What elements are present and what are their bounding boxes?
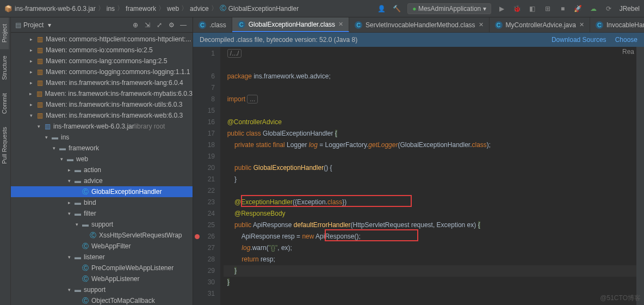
tree-row[interactable]: ▸▬action <box>11 164 193 175</box>
run-config-dropdown[interactable]: ● MesAdminApplication ▾ <box>407 3 491 14</box>
tree-row[interactable]: ⒸGlobalExceptionHandler <box>11 186 193 197</box>
tree-row[interactable]: ▸▥Maven: ins.framework:ins-framework-uti… <box>11 99 193 110</box>
line-number[interactable]: 1 <box>193 48 215 59</box>
tree-row[interactable]: ⒸXssHttpServletRequestWrap <box>11 230 193 241</box>
breadcrumb[interactable]: 📦 ins-framework-web-6.0.3.jar 〉 ins 〉 fr… <box>4 4 299 13</box>
collapse-icon[interactable]: ⤢ <box>154 20 164 30</box>
tree-label: Maven: ins.framework:ins-framework-lang:… <box>46 79 183 87</box>
reader-mode-label[interactable]: Rea <box>622 48 634 56</box>
line-number[interactable]: 16 <box>193 117 215 128</box>
close-icon[interactable]: ✕ <box>338 21 343 28</box>
tree-label: Maven: ins.framework:ins-framework-utils… <box>46 101 182 108</box>
download-sources-link[interactable]: Download Sources <box>552 36 606 44</box>
tree-row[interactable]: ▾▥ins-framework-web-6.0.3.jar library ro… <box>11 121 193 132</box>
editor-tab[interactable]: CServletInvocableHandlerMethod.class✕ <box>349 17 489 32</box>
class-icon: C <box>596 21 603 29</box>
line-number[interactable]: 27 <box>193 242 215 254</box>
line-number[interactable]: 22 <box>193 185 215 197</box>
profiler-icon[interactable]: ⊞ <box>543 4 552 13</box>
editor-tab[interactable]: CInvocableHandlerMethod.c <box>590 17 644 32</box>
locate-icon[interactable]: ⊕ <box>131 20 140 30</box>
project-tree[interactable]: ▸▥Maven: commons-httpclient:commons-http… <box>11 33 193 305</box>
editor-tab[interactable]: C.class <box>193 17 232 32</box>
class-icon: C <box>355 21 362 29</box>
choose-sources-link[interactable]: Choose <box>615 36 637 44</box>
hammer-icon[interactable]: 🔨 <box>392 4 401 13</box>
line-number[interactable]: 15 <box>193 105 215 117</box>
tree-row[interactable]: ▸▥Maven: commons-httpclient:commons-http… <box>11 34 193 45</box>
tree-label: Maven: commons-io:commons-io:2.5 <box>46 46 153 54</box>
tab-label: MyControllerAdvice.java <box>506 21 576 29</box>
hide-icon[interactable]: — <box>178 20 188 30</box>
class-icon: Ⓒ <box>81 274 90 283</box>
tree-row[interactable]: ▾▬advice <box>11 175 193 186</box>
editor-tab[interactable]: CGlobalExceptionHandler.class✕ <box>232 17 349 32</box>
tree-row[interactable]: ▾▬listener <box>11 252 193 263</box>
tree-row[interactable]: ⒸWebAppFilter <box>11 241 193 252</box>
jrebel-label: JRebel <box>620 5 640 13</box>
line-number[interactable]: 17 <box>193 128 215 139</box>
line-number[interactable]: 19 <box>193 151 215 162</box>
settings-icon[interactable]: ⚙ <box>166 20 176 30</box>
tree-row[interactable]: ⒸWebAppListener <box>11 273 193 284</box>
cloud-icon[interactable]: ☁ <box>589 4 598 13</box>
close-icon[interactable]: ✕ <box>479 21 484 28</box>
line-number[interactable] <box>193 59 215 71</box>
tree-row[interactable]: ▾▬filter <box>11 208 193 219</box>
line-number[interactable]: 18 <box>193 139 215 151</box>
line-number[interactable]: 24 <box>193 208 215 219</box>
line-number[interactable]: 29 <box>193 265 215 277</box>
class-icon: Ⓒ <box>81 187 90 196</box>
jrebel-icon[interactable]: ⟳ <box>604 4 613 13</box>
coverage-icon[interactable]: ◧ <box>528 4 537 13</box>
line-number[interactable]: 26 <box>193 231 215 242</box>
class-icon: Ⓒ <box>81 296 90 305</box>
editor-tab[interactable]: CMyControllerAdvice.java✕ <box>490 17 590 32</box>
stop-icon[interactable]: ■ <box>559 4 567 13</box>
tree-row[interactable]: ▸▬bind <box>11 197 193 208</box>
line-number[interactable]: 23 <box>193 197 215 208</box>
line-number[interactable]: 25 <box>193 219 215 231</box>
tree-label: Maven: ins.framework:ins-framework-mybat… <box>45 90 193 97</box>
tree-row[interactable]: ▾▥Maven: ins.framework:ins-framework-web… <box>11 110 193 121</box>
tree-label: listener <box>84 253 105 261</box>
chevron-icon: 〉 <box>117 4 123 13</box>
tree-row[interactable]: ▸▥Maven: commons-io:commons-io:2.5 <box>11 45 193 56</box>
line-number[interactable]: 8 <box>193 94 215 105</box>
line-number[interactable]: 30 <box>193 277 215 288</box>
tree-label: action <box>84 166 101 174</box>
line-number[interactable]: 6 <box>193 71 215 82</box>
pull-requests-tool-tab[interactable]: Pull Requests <box>0 120 9 170</box>
commit-tool-tab[interactable]: Commit <box>0 87 9 120</box>
line-number[interactable]: 28 <box>193 254 215 265</box>
tree-row[interactable]: ▾▬framework <box>11 143 193 154</box>
tree-label: support <box>91 221 113 228</box>
error-stripe[interactable] <box>636 47 644 305</box>
rocket-icon[interactable]: 🚀 <box>574 4 583 13</box>
line-number[interactable]: 7 <box>193 82 215 94</box>
tab-label: InvocableHandlerMethod.c <box>606 21 644 29</box>
structure-tool-tab[interactable]: Structure <box>0 49 9 87</box>
tree-row[interactable]: ⒸPreCompileWebAppListener <box>11 263 193 273</box>
tree-row[interactable]: ▾▬ins <box>11 132 193 143</box>
tree-row[interactable]: ▾▬support <box>11 284 193 295</box>
user-icon[interactable]: 👤 <box>377 4 386 13</box>
tree-row[interactable]: ⒸObjectToMapCallback <box>11 295 193 305</box>
panel-title[interactable]: ▤Project ▾ <box>15 21 51 29</box>
tree-row[interactable]: ▸▥Maven: commons-logging:commons-logging… <box>11 66 193 77</box>
run-config-label: MesAdminApplication <box>418 5 481 13</box>
expand-icon[interactable]: ⇲ <box>143 20 152 30</box>
tree-row[interactable]: ▸▥Maven: ins.framework:ins-framework-lan… <box>11 77 193 88</box>
tree-row[interactable]: ▸▥Maven: commons-lang:commons-lang:2.5 <box>11 56 193 66</box>
line-number[interactable]: 31 <box>193 288 215 300</box>
close-icon[interactable]: ✕ <box>579 21 584 28</box>
line-number[interactable]: 21 <box>193 174 215 185</box>
tree-row[interactable]: ▾▬web <box>11 154 193 164</box>
tree-row[interactable]: ▸▥Maven: ins.framework:ins-framework-myb… <box>11 88 193 99</box>
tree-row[interactable]: ▾▬support <box>11 219 193 230</box>
line-number[interactable]: 20 <box>193 162 215 174</box>
bug-icon[interactable]: 🐞 <box>513 4 522 13</box>
code-viewport[interactable]: 16781516171819202122232425262728293031 /… <box>193 47 644 305</box>
play-icon[interactable]: ▶ <box>498 4 506 13</box>
project-tool-tab[interactable]: Project <box>0 17 9 49</box>
